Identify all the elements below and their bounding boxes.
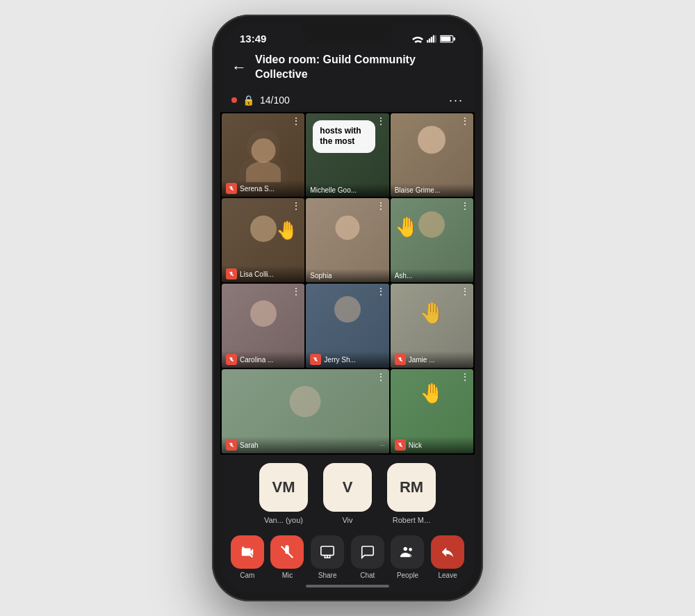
participant-count: 14/100 [260,95,290,106]
notch [302,23,393,44]
room-more-button[interactable]: ··· [449,93,464,108]
mic-icon [270,535,304,569]
tooltip-bubble: hosts with the most [313,120,375,153]
lock-icon: 🔒 [243,95,254,106]
video-cell-lisa: 🤚 ⋮ Lisa Colli... [222,198,304,282]
video-cell-sophia: ⋮ Sophia [306,198,389,282]
avatar-initials-viv: V [323,463,372,512]
jamie-label: Jamie ... [391,351,473,368]
ash-label: Ash... [391,269,473,282]
michelle-more-btn[interactable]: ⋮ [376,116,386,126]
sarah-label: Sarah ··· [222,437,389,453]
blaise-name: Blaise Grime... [395,186,441,194]
room-info-bar: 🔒 14/100 ··· [220,89,475,112]
mic-button[interactable]: Mic [270,535,304,579]
header: ← Video room: Guild Community Collective [220,47,475,89]
video-cell-jamie: 🤚 ⋮ Jamie ... [391,284,473,368]
phone-frame: 13:49 ← [212,15,483,601]
share-icon [311,535,344,569]
avatar-initials-robert: RM [387,463,436,512]
video-cell-ash: 🤚 ⋮ Ash... [391,198,473,282]
jamie-more-btn[interactable]: ⋮ [460,286,471,296]
lisa-label: Lisa Colli... [222,266,304,282]
avatar-card-robert: RM Robert M... [384,463,439,524]
chat-label: Chat [360,572,375,579]
video-cell-carolina: ⋮ Carolina ... [222,284,304,368]
avatar-name-van: Van... (you) [256,516,311,524]
video-cell-sarah: ⋮ Sarah ··· [222,369,389,453]
blaise-more-btn[interactable]: ⋮ [460,116,471,126]
nick-mute-icon [395,439,406,451]
chat-button[interactable]: Chat [351,535,384,579]
michelle-label: Michelle Goo... [306,184,389,197]
video-cell-jerry: ⋮ Jerry Sh... [306,284,389,368]
svg-rect-1 [429,38,430,42]
serena-name: Serena S... [240,185,275,193]
share-label: Share [318,572,337,579]
battery-icon [440,35,455,43]
serena-more-btn[interactable]: ⋮ [291,116,302,126]
jamie-mute-icon [395,354,406,365]
leave-button[interactable]: Leave [431,535,464,579]
svg-rect-4 [435,35,436,42]
avatar-name-robert: Robert M... [384,516,439,524]
people-icon [391,535,424,569]
serena-mute-icon [226,183,237,194]
sophia-name: Sophia [310,272,332,279]
status-time: 13:49 [240,33,266,44]
ash-more-btn[interactable]: ⋮ [460,201,471,211]
home-indicator [306,585,389,587]
avatar-card-viv: V Viv [320,463,375,524]
jerry-mute-icon [310,354,321,365]
jamie-name: Jamie ... [409,356,435,364]
sophia-more-btn[interactable]: ⋮ [376,201,386,211]
phone-screen: 13:49 ← [220,23,475,593]
svg-rect-17 [321,546,334,556]
nick-name: Nick [409,441,422,449]
back-button[interactable]: ← [231,58,247,76]
carolina-name: Carolina ... [240,356,273,364]
svg-rect-6 [454,37,455,40]
video-cell-serena: ⋮ Serena S... [222,113,304,197]
share-button[interactable]: Share [311,535,344,579]
svg-point-19 [404,547,408,551]
video-grid: ⋮ Serena S... hosts with the most ⋮ Mich… [220,112,475,455]
cam-button[interactable]: Cam [231,535,264,579]
leave-label: Leave [438,572,457,579]
jerry-label: Jerry Sh... [306,351,389,368]
sarah-more-dots: ··· [379,441,385,448]
signal-icon [427,35,436,43]
toolbar: Cam Mic Share [220,530,475,593]
nick-more-btn[interactable]: ⋮ [460,372,471,382]
sarah-mute-icon [226,439,237,451]
mic-label: Mic [282,572,293,579]
avatar-row: VM Van... (you) V Viv RM Robert M... [220,455,475,530]
video-cell-blaise: ⋮ Blaise Grime... [391,113,473,197]
michelle-name: Michelle Goo... [310,186,357,194]
sophia-label: Sophia [306,269,389,282]
room-title: Video room: Guild Community Collective [255,53,464,82]
svg-rect-2 [431,37,432,42]
cam-label: Cam [240,572,254,579]
svg-rect-3 [433,35,434,42]
svg-rect-7 [441,36,450,41]
lisa-mute-icon [226,268,237,279]
video-cell-michelle: hosts with the most ⋮ Michelle Goo... [306,113,389,197]
people-button[interactable]: People [391,535,424,579]
blaise-label: Blaise Grime... [391,184,473,197]
jerry-more-btn[interactable]: ⋮ [376,286,386,296]
jerry-name: Jerry Sh... [324,356,356,364]
svg-point-20 [409,548,413,551]
lisa-more-btn[interactable]: ⋮ [291,201,302,211]
leave-icon [431,535,464,569]
avatar-name-viv: Viv [320,516,375,524]
chat-icon [351,535,384,569]
serena-label: Serena S... [222,180,304,197]
sarah-more-btn[interactable]: ⋮ [376,372,386,382]
cam-icon [231,535,264,569]
carolina-more-btn[interactable]: ⋮ [291,286,302,296]
video-cell-nick: 🤚 ⋮ Nick [391,369,473,453]
nick-label: Nick [391,437,473,453]
avatar-initials-van: VM [259,463,308,512]
svg-rect-0 [427,40,428,42]
